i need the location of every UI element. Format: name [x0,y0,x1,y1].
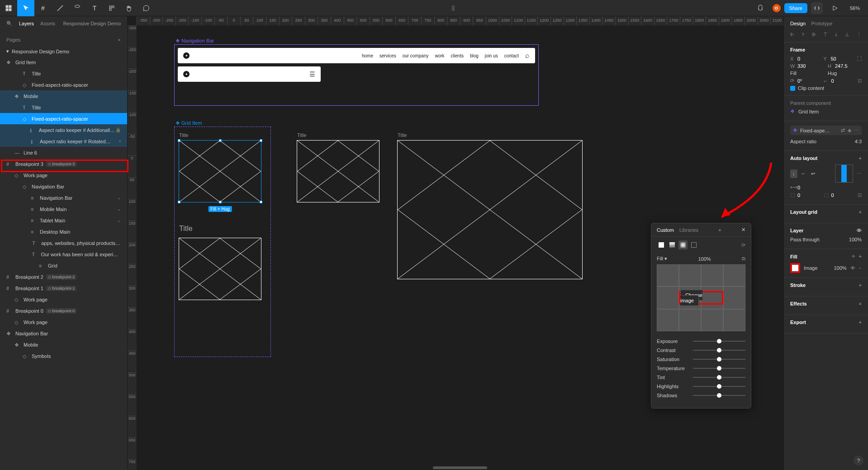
layer-opacity-input[interactable]: 100% [849,237,862,242]
nav-link[interactable]: home [362,53,373,58]
hamburger-icon[interactable]: ☰ [309,70,315,78]
slider-shadows[interactable] [693,395,745,396]
layer-visibility-icon[interactable]: 👁 [857,228,862,233]
choose-image-button[interactable]: Choose image [680,290,702,306]
dev-mode-button[interactable] [811,2,823,14]
layer-row[interactable]: TTitle [0,68,127,79]
align-top-icon[interactable]: ⊤ [823,32,828,38]
resize-w-dropdown[interactable]: Fill [790,70,797,76]
layer-row[interactable]: ≡Navigation Bar⌄ [0,192,127,203]
direction-vertical-icon[interactable]: ↓ [790,169,797,178]
add-page-button[interactable]: + [118,37,121,42]
slider-temperature[interactable] [693,368,745,369]
share-button[interactable]: Share [784,3,807,13]
lock-icon[interactable]: 🔒 [115,127,121,132]
popover-custom-tab[interactable]: Custom [657,227,674,233]
layoutgrid-add-icon[interactable]: + [859,209,862,215]
nav-link[interactable]: services [379,53,396,58]
pad-v-input[interactable]: 0 [831,193,834,198]
page-caret-icon[interactable]: ▾ [6,48,9,54]
frame-tool[interactable]: # [34,0,52,16]
stroke-add-icon[interactable]: + [859,282,862,288]
padding-detail-icon[interactable]: ⊡ [858,192,862,198]
align-vcenter-icon[interactable]: ⫰ [835,32,838,38]
layer-row[interactable]: ≡Grid [0,260,127,271]
align-bottom-icon[interactable]: ⊥ [845,32,849,38]
layer-row[interactable]: ❖Mobile [0,90,127,102]
fill-add-icon[interactable]: + [859,254,862,259]
layer-row[interactable]: ◇Work page [0,316,127,328]
grid-tile-1[interactable]: Title Fill × Hug [179,140,261,202]
radius-detail-icon[interactable]: ⊡ [858,78,862,84]
page-name[interactable]: Responsive Design Demo [12,49,69,54]
nav-link[interactable]: contact [504,53,519,58]
layer-row[interactable]: #Breakpoint 0◇ breakpoint-0 [0,305,127,316]
grid-tile-2[interactable]: Title [297,140,379,202]
search-icon[interactable]: 🔍 [6,21,13,27]
autolayout-more-icon[interactable]: ⋯ [857,171,862,177]
nav-link[interactable]: clients [451,53,464,58]
layer-row[interactable]: TOur work has been sold & experienced in… [0,249,127,260]
prototype-tab[interactable]: Prototype [811,21,832,26]
slider-exposure[interactable] [693,341,745,342]
h-input[interactable]: 247.5 [835,63,848,69]
canvas-scrollbar[interactable] [433,466,487,469]
popover-libraries-tab[interactable]: Libraries [679,227,698,233]
fill-linear-icon[interactable] [668,240,677,249]
popover-add-icon[interactable]: + [718,227,721,233]
layer-row[interactable]: ◇Fixed-aspect-ratio-spacer [0,113,127,124]
layer-row[interactable]: ⫿Aspect ratio keeper # Additionally …🔒 [0,124,127,136]
fill-swatch[interactable] [792,264,799,272]
fill-crop-icon[interactable]: ⧉ [742,256,745,262]
layer-row[interactable]: ≡Mobile Main⌄ [0,203,127,215]
blend-mode-dropdown[interactable]: Pass through [790,237,820,242]
layer-row[interactable]: ❖Navigation Bar [0,328,127,339]
instance-swap-icon[interactable]: ⇄ [841,127,845,133]
resize-h-dropdown[interactable]: Hug [828,70,837,76]
hand-tool[interactable] [120,0,138,16]
expand-icon[interactable]: ⌄ [117,195,121,200]
layer-row[interactable]: #Breakpoint 3◇ breakpoint-3 [0,158,127,169]
clip-content-checkbox[interactable] [790,86,795,91]
frame-label-griditem[interactable]: ❖ Grid Item [175,120,202,126]
radius-input[interactable]: 0 [831,78,834,84]
layer-row[interactable]: ◇Work page [0,169,127,181]
layers-tab[interactable]: Layers [19,21,34,26]
layer-row[interactable]: ⫿Aspect ratio keeper # Rotated…• [0,136,127,147]
layer-row[interactable]: TTitle [0,102,127,113]
popover-close-icon[interactable]: ✕ [741,227,745,233]
direction-horizontal-icon[interactable]: → [798,169,808,178]
design-tab[interactable]: Design [790,21,806,26]
layer-row[interactable]: ≡Tablet Main⌄ [0,215,127,226]
parent-component-link[interactable]: Grid Item [798,109,819,114]
layer-row[interactable]: #Breakpoint 2◇ breakpoint-2 [0,271,127,282]
layer-tree[interactable]: ❖Grid ItemTTitle◇Fixed-aspect-ratio-spac… [0,56,127,470]
fill-visibility-icon[interactable]: 👁 [850,265,855,271]
main-menu-button[interactable] [0,0,17,16]
expand-icon[interactable]: ⌄ [117,218,121,223]
layer-row[interactable]: #Breakpoint 1◇ breakpoint-1 [0,282,127,294]
pen-tool[interactable] [52,0,69,16]
layer-row[interactable]: ≡Desktop Main [0,226,127,237]
shape-tool[interactable] [69,0,86,16]
component-menu-icon[interactable] [445,0,462,16]
x-input[interactable]: 0 [797,56,800,61]
layer-row[interactable]: —Line 6 [0,147,127,158]
constrain-icon[interactable]: ⛶ [857,56,862,61]
search-icon[interactable]: ⌕ [525,52,530,60]
assets-tab[interactable]: Assets [40,21,55,26]
grid-tile-3[interactable]: Title [397,140,583,279]
layer-row[interactable]: ◇Navigation Bar [0,181,127,192]
align-more-icon[interactable]: ⋮ [857,32,862,38]
fill-solid-icon[interactable] [657,240,666,249]
export-add-icon[interactable]: + [859,320,862,325]
fill-rotate-icon[interactable]: ⟳ [741,242,745,248]
audio-icon[interactable] [752,0,769,16]
slider-saturation[interactable] [693,359,745,360]
present-button[interactable] [826,0,844,16]
layer-row[interactable]: Tapps, websites, physical products & int… [0,237,127,249]
autolayout-add-icon[interactable]: + [859,155,862,161]
fill-radial-icon[interactable] [678,240,688,249]
nav-link[interactable]: work [435,53,444,58]
layer-row[interactable]: ❖Grid Item [0,56,127,68]
